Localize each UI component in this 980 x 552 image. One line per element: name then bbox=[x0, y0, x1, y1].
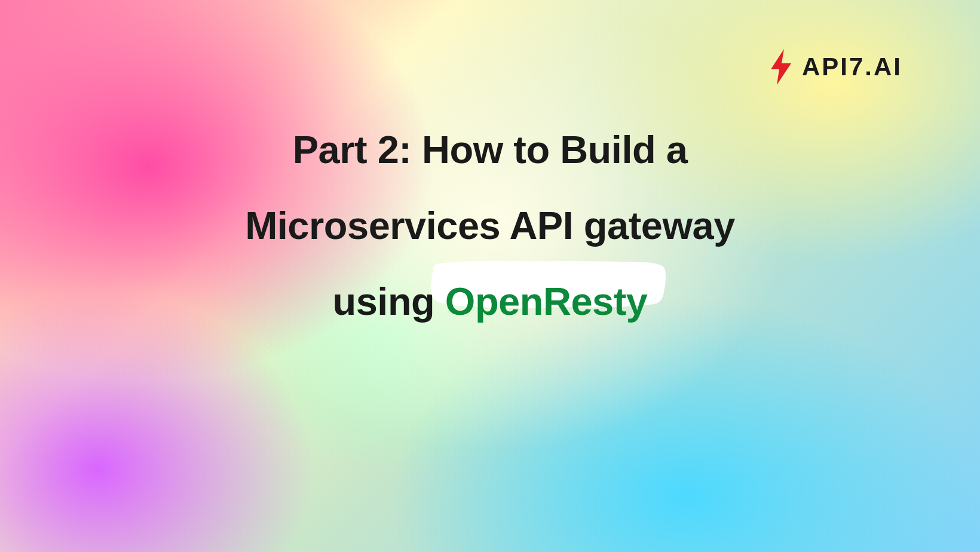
brand-name: API7.AI bbox=[802, 53, 902, 81]
brand-logo: API7.AI bbox=[767, 48, 902, 86]
highlight-wrapper: OpenResty bbox=[445, 264, 648, 340]
hero-banner: API7.AI Part 2: How to Build a Microserv… bbox=[0, 0, 980, 552]
title-line-3: using OpenResty bbox=[161, 264, 819, 340]
main-title: Part 2: How to Build a Microservices API… bbox=[161, 112, 819, 339]
title-line-1: Part 2: How to Build a bbox=[161, 112, 819, 188]
highlighted-keyword: OpenResty bbox=[445, 280, 648, 323]
lightning-bolt-icon bbox=[767, 48, 795, 86]
title-line-2: Microservices API gateway bbox=[161, 188, 819, 264]
